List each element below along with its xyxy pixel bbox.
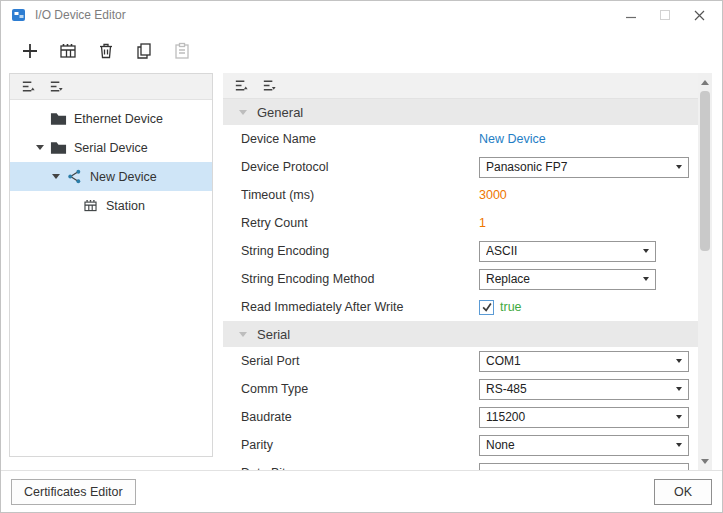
dropdown-value: ASCII [486, 244, 637, 258]
serial-port-dropdown[interactable]: COM1 [479, 351, 689, 372]
scroll-down-icon[interactable] [698, 454, 712, 468]
property-grid: General Device Name New Device Device Pr… [223, 99, 698, 470]
folder-icon [48, 112, 68, 126]
section-header-general[interactable]: General [223, 99, 698, 125]
add-device-button[interactable] [17, 38, 43, 64]
tree-item-ethernet-device[interactable]: Ethernet Device [10, 104, 212, 133]
tree-item-label: Ethernet Device [74, 112, 163, 126]
titlebar: I/O Device Editor [1, 1, 722, 29]
chevron-down-icon [676, 443, 682, 447]
property-panel: General Device Name New Device Device Pr… [223, 73, 712, 470]
property-row-timeout: Timeout (ms) 3000 [223, 181, 698, 209]
tree-item-label: Station [106, 199, 145, 213]
station-icon [80, 197, 100, 214]
tree-item-serial-device[interactable]: Serial Device [10, 133, 212, 162]
scrollbar-thumb[interactable] [700, 91, 710, 251]
tree-item-station[interactable]: Station [10, 191, 212, 220]
add-station-button[interactable] [55, 38, 81, 64]
device-name-value[interactable]: New Device [479, 132, 546, 146]
property-label: Comm Type [241, 382, 479, 396]
section-header-serial[interactable]: Serial [223, 321, 698, 347]
property-row-comm-type: Comm Type RS-485 [223, 375, 698, 403]
chevron-down-icon [676, 415, 682, 419]
folder-icon [48, 141, 68, 155]
chevron-down-icon [676, 387, 682, 391]
retry-count-value[interactable]: 1 [479, 216, 486, 230]
property-row-baudrate: Baudrate 115200 [223, 403, 698, 431]
property-row-string-encoding: String Encoding ASCII [223, 237, 698, 265]
toolbar [1, 29, 722, 73]
device-protocol-dropdown[interactable]: Panasonic FP7 [479, 157, 689, 178]
string-encoding-dropdown[interactable]: ASCII [479, 241, 656, 262]
ok-button[interactable]: OK [654, 479, 712, 505]
property-row-read-immediately: Read Immediately After Write true [223, 293, 698, 321]
section-title: General [257, 105, 303, 120]
io-device-editor-window: I/O Device Editor [0, 0, 723, 513]
baudrate-dropdown[interactable]: 115200 [479, 407, 689, 428]
property-label: Timeout (ms) [241, 188, 479, 202]
property-row-device-name: Device Name New Device [223, 125, 698, 153]
device-icon [64, 168, 84, 185]
main-area: Ethernet Device Serial Device [1, 73, 722, 470]
dropdown-value: None [486, 438, 670, 452]
collapse-all-icon[interactable] [231, 76, 251, 96]
property-label: Read Immediately After Write [241, 300, 479, 314]
paste-button[interactable] [169, 38, 195, 64]
section-title: Serial [257, 327, 290, 342]
property-label: Parity [241, 438, 479, 452]
scroll-up-icon[interactable] [698, 75, 712, 89]
dropdown-value: 115200 [486, 410, 670, 424]
chevron-down-icon [676, 165, 682, 169]
tree-item-new-device[interactable]: New Device [10, 162, 212, 191]
copy-button[interactable] [131, 38, 157, 64]
chevron-down-icon [239, 110, 247, 115]
property-label: String Encoding [241, 244, 479, 258]
property-row-serial-port: Serial Port COM1 [223, 347, 698, 375]
vertical-scrollbar[interactable] [698, 73, 712, 470]
device-tree: Ethernet Device Serial Device [10, 100, 212, 456]
dropdown-value: COM1 [486, 354, 670, 368]
property-label: Device Protocol [241, 160, 479, 174]
chevron-down-icon [239, 332, 247, 337]
dropdown-value: RS-485 [486, 382, 670, 396]
property-row-parity: Parity None [223, 431, 698, 459]
chevron-down-icon [676, 359, 682, 363]
parity-dropdown[interactable]: None [479, 435, 689, 456]
app-icon [11, 7, 27, 23]
property-row-clipped: Data Bits [223, 459, 698, 470]
clipped-dropdown[interactable] [479, 463, 689, 471]
chevron-down-icon[interactable] [32, 145, 48, 150]
property-label: Retry Count [241, 216, 479, 230]
chevron-down-icon [643, 249, 649, 253]
delete-button[interactable] [93, 38, 119, 64]
property-row-string-encoding-method: String Encoding Method Replace [223, 265, 698, 293]
device-tree-panel: Ethernet Device Serial Device [9, 73, 213, 457]
property-label: Data Bits [241, 466, 479, 470]
property-row-retry-count: Retry Count 1 [223, 209, 698, 237]
close-button[interactable] [682, 2, 716, 28]
string-encoding-method-dropdown[interactable]: Replace [479, 269, 656, 290]
property-label: Serial Port [241, 354, 479, 368]
collapse-all-icon[interactable] [18, 77, 38, 97]
tree-item-label: New Device [90, 170, 157, 184]
timeout-value[interactable]: 3000 [479, 188, 507, 202]
checkbox-value-label: true [500, 300, 522, 314]
tree-item-label: Serial Device [74, 141, 148, 155]
property-row-device-protocol: Device Protocol Panasonic FP7 [223, 153, 698, 181]
expand-all-icon[interactable] [46, 77, 66, 97]
expand-all-icon[interactable] [259, 76, 279, 96]
chevron-down-icon [643, 277, 649, 281]
maximize-button[interactable] [648, 2, 682, 28]
minimize-button[interactable] [614, 2, 648, 28]
tree-panel-toolbar [10, 74, 212, 100]
property-panel-toolbar [223, 73, 698, 99]
certificates-editor-button[interactable]: Certificates Editor [11, 479, 136, 505]
dropdown-value: Replace [486, 272, 637, 286]
property-label: String Encoding Method [241, 272, 479, 286]
read-immediately-checkbox[interactable] [479, 300, 494, 315]
dropdown-value: Panasonic FP7 [486, 160, 670, 174]
property-label: Device Name [241, 132, 479, 146]
comm-type-dropdown[interactable]: RS-485 [479, 379, 689, 400]
footer: Certificates Editor OK [1, 470, 722, 512]
chevron-down-icon[interactable] [48, 174, 64, 179]
